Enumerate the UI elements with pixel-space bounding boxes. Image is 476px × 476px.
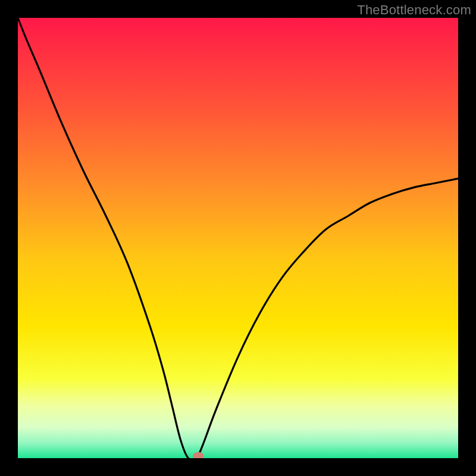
plot-area xyxy=(18,18,458,458)
watermark-text: TheBottleneck.com xyxy=(357,2,471,18)
gradient-background xyxy=(18,18,458,458)
chart-frame: TheBottleneck.com xyxy=(0,0,476,476)
chart-svg xyxy=(18,18,458,458)
